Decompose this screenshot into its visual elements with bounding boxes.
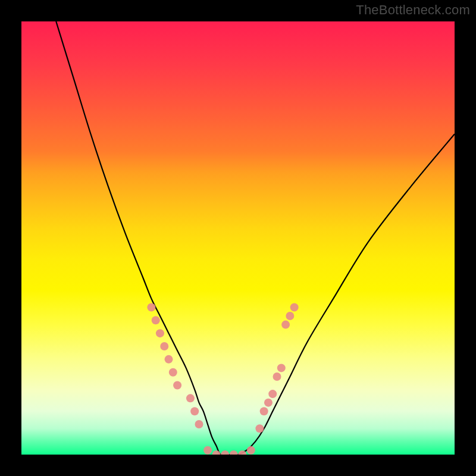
data-dot [203, 446, 212, 455]
data-dot [169, 368, 177, 377]
data-dot [268, 390, 277, 398]
data-dot [165, 355, 173, 364]
data-dot [273, 372, 281, 381]
data-dot [186, 394, 195, 402]
data-dot [247, 446, 255, 455]
data-dot [212, 450, 221, 455]
data-dot [255, 424, 264, 433]
data-dot [152, 316, 160, 324]
data-dot [230, 450, 238, 455]
data-dot [156, 329, 164, 337]
data-dot [281, 321, 290, 329]
data-dot [195, 420, 203, 428]
data-dot [160, 342, 168, 350]
chart-frame: TheBottleneck.com [0, 0, 476, 476]
bottleneck-curve [56, 21, 455, 455]
plot-area [21, 21, 455, 455]
data-dot [221, 450, 229, 455]
data-dot [147, 303, 155, 311]
data-dot [260, 407, 268, 415]
curve-layer [21, 21, 455, 455]
data-dot [264, 399, 273, 407]
data-dot [277, 364, 286, 372]
dot-cluster-bottom [203, 446, 255, 455]
dot-cluster-left [147, 303, 203, 428]
data-dot [286, 312, 294, 320]
data-dot [190, 407, 199, 415]
data-dot [173, 381, 181, 390]
dot-cluster-right [255, 303, 298, 433]
data-dot [290, 303, 299, 311]
watermark-text: TheBottleneck.com [356, 2, 470, 18]
